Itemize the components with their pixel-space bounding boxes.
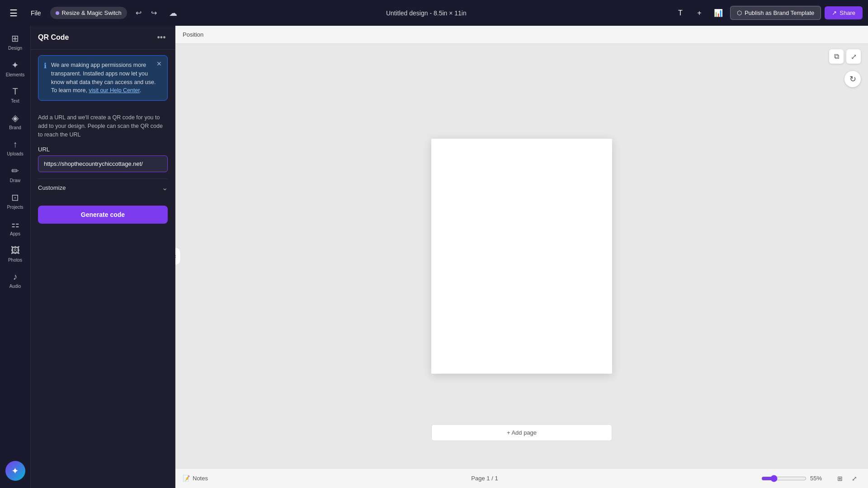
design-icon: ⊞ [11, 33, 19, 44]
share-button[interactable]: ↗ Share [825, 6, 863, 19]
position-bar: Position [175, 26, 868, 44]
chart-tool-button[interactable]: 📊 [710, 5, 726, 21]
add-page-button[interactable]: + Add page [431, 424, 612, 441]
sidebar-item-text[interactable]: T Text [2, 83, 29, 107]
canvas-controls: ⧉ ⤢ [829, 49, 861, 64]
zoom-slider[interactable] [761, 475, 807, 482]
text-icon: T [12, 86, 18, 97]
elements-icon: ✦ [11, 60, 19, 70]
fullscreen-button[interactable]: ⤢ [848, 472, 861, 485]
draw-icon: ✏ [11, 165, 19, 176]
sidebar-item-elements[interactable]: ✦ Elements [2, 56, 29, 81]
uploads-icon: ↑ [13, 139, 18, 150]
publish-brand-template-button[interactable]: ⬡ Publish as Brand Template [730, 6, 821, 20]
design-title: Untitled design - 8.5in × 11in [386, 9, 467, 17]
magic-assistant-button[interactable]: ✦ [5, 461, 25, 481]
photos-icon: 🖼 [11, 245, 20, 256]
topbar: ☰ File Resize & Magic Switch ↩ ↪ ☁ Untit… [0, 0, 868, 26]
panel-more-button[interactable]: ••• [155, 31, 168, 44]
panel-description: Add a URL and we'll create a QR code for… [38, 113, 168, 139]
panel-header: QR Code ••• [31, 26, 175, 50]
panel-title: QR Code [38, 33, 69, 42]
qr-code-panel: QR Code ••• ℹ We are making app permissi… [31, 26, 175, 488]
file-menu-button[interactable]: File [26, 7, 46, 19]
sidebar-item-apps-label: Apps [10, 231, 20, 236]
position-label: Position [183, 31, 203, 38]
canvas-area: Position ⧉ ⤢ ↻ ‹ + Add page 📝 Notes Page… [175, 26, 868, 488]
grid-view-button[interactable]: ⊞ [834, 472, 846, 485]
expand-canvas-button[interactable]: ⤢ [846, 49, 861, 64]
add-tool-button[interactable]: + [691, 5, 708, 21]
zoom-control: 55% [761, 475, 826, 482]
sidebar-item-draw[interactable]: ✏ Draw [2, 162, 29, 187]
sidebar-item-apps[interactable]: ⚏ Apps [2, 215, 29, 240]
sidebar-item-uploads-label: Uploads [7, 151, 24, 156]
sidebar-item-audio-label: Audio [9, 284, 21, 289]
sidebar-item-elements-label: Elements [6, 72, 25, 77]
panel-body: Add a URL and we'll create a QR code for… [31, 106, 175, 488]
chevron-down-icon: ⌄ [162, 183, 168, 192]
refresh-button[interactable]: ↻ [844, 71, 861, 87]
sidebar-item-audio[interactable]: ♪ Audio [2, 268, 29, 292]
publish-icon: ⬡ [737, 9, 742, 16]
page-canvas [431, 139, 612, 374]
audio-icon: ♪ [13, 272, 18, 282]
info-icon: ℹ [44, 61, 47, 95]
apps-icon: ⚏ [11, 219, 19, 230]
collapse-panel-button[interactable]: ‹ [175, 247, 181, 265]
brand-icon: ◈ [12, 113, 19, 123]
sidebar-item-design[interactable]: ⊞ Design [2, 29, 29, 54]
sidebar-item-uploads[interactable]: ↑ Uploads [2, 136, 29, 160]
url-input[interactable] [38, 155, 168, 172]
copy-canvas-button[interactable]: ⧉ [829, 49, 844, 64]
help-center-link[interactable]: visit our Help Center [89, 87, 140, 94]
sidebar-item-projects-label: Projects [7, 205, 23, 210]
main-layout: ⊞ Design ✦ Elements T Text ◈ Brand ↑ Upl… [0, 26, 868, 488]
info-banner: ℹ We are making app permissions more tra… [38, 55, 168, 101]
url-label: URL [38, 146, 168, 153]
bottom-bar: 📝 Notes Page 1 / 1 55% ⊞ ⤢ [175, 468, 868, 488]
info-banner-text: We are making app permissions more trans… [51, 61, 162, 95]
magic-switch-dot-icon [56, 11, 59, 15]
page-info: Page 1 / 1 [215, 475, 754, 482]
sidebar-item-brand-label: Brand [9, 125, 21, 130]
menu-button[interactable]: ☰ [5, 5, 22, 21]
magic-switch-button[interactable]: Resize & Magic Switch [50, 7, 127, 19]
redo-button[interactable]: ↪ [147, 6, 161, 20]
projects-icon: ⊡ [11, 192, 19, 203]
info-banner-close-button[interactable]: ✕ [155, 59, 164, 68]
sidebar-item-text-label: Text [11, 99, 19, 103]
undo-button[interactable]: ↩ [132, 6, 146, 20]
share-icon: ↗ [832, 9, 837, 16]
view-buttons: ⊞ ⤢ [834, 472, 861, 485]
generate-code-button[interactable]: Generate code [38, 206, 168, 224]
customize-row[interactable]: Customize ⌄ [38, 178, 168, 197]
customize-label: Customize [38, 184, 66, 191]
sidebar-item-photos-label: Photos [8, 258, 22, 263]
save-cloud-button[interactable]: ☁ [166, 6, 180, 20]
zoom-level: 55% [810, 475, 826, 482]
sidebar-item-design-label: Design [8, 46, 22, 51]
left-sidebar: ⊞ Design ✦ Elements T Text ◈ Brand ↑ Upl… [0, 26, 31, 488]
canvas-content: ⧉ ⤢ ↻ ‹ + Add page [175, 44, 868, 468]
text-tool-button[interactable]: T [672, 5, 689, 21]
notes-icon: 📝 [183, 475, 190, 482]
sidebar-item-brand[interactable]: ◈ Brand [2, 109, 29, 134]
sidebar-item-draw-label: Draw [10, 178, 20, 183]
sidebar-item-photos[interactable]: 🖼 Photos [2, 242, 29, 266]
notes-button[interactable]: 📝 Notes [183, 475, 208, 482]
sidebar-item-projects[interactable]: ⊡ Projects [2, 188, 29, 213]
